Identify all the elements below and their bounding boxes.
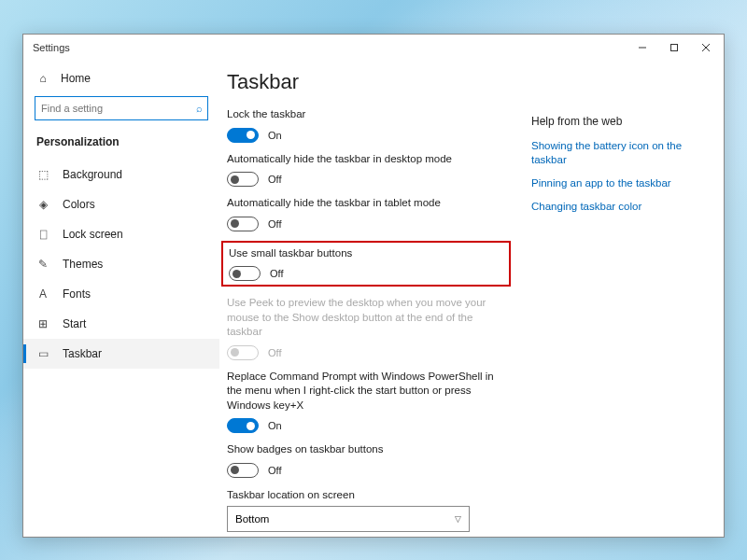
toggle-state: Off bbox=[268, 174, 281, 185]
help-aside: Help from the web Showing the battery ic… bbox=[531, 70, 709, 529]
setting-label: Replace Command Prompt with Windows Powe… bbox=[227, 370, 505, 413]
sidebar-item-label: Taskbar bbox=[63, 347, 102, 360]
nav-icon: ⎕ bbox=[36, 228, 49, 241]
help-title: Help from the web bbox=[531, 115, 709, 128]
svg-rect-1 bbox=[671, 45, 678, 51]
sidebar-item-label: Lock screen bbox=[63, 228, 123, 241]
setting-label: Show badges on taskbar buttons bbox=[227, 442, 505, 457]
setting: Use small taskbar buttonsOff bbox=[221, 241, 511, 287]
toggle-knob bbox=[231, 466, 239, 474]
search-input[interactable] bbox=[35, 96, 208, 120]
toggle-row: Off bbox=[227, 172, 505, 187]
setting-label: Use small taskbar buttons bbox=[229, 246, 503, 261]
close-button[interactable] bbox=[690, 35, 722, 60]
settings-list: Lock the taskbarOnAutomatically hide the… bbox=[227, 107, 505, 478]
sidebar-item-label: Start bbox=[63, 317, 86, 330]
setting: Lock the taskbarOn bbox=[227, 107, 505, 143]
sidebar-item-start[interactable]: ⊞Start bbox=[23, 309, 219, 339]
setting: Replace Command Prompt with Windows Powe… bbox=[227, 370, 505, 434]
sidebar-item-lock-screen[interactable]: ⎕Lock screen bbox=[23, 219, 219, 249]
toggle[interactable] bbox=[227, 418, 259, 433]
home-icon: ⌂ bbox=[36, 72, 49, 85]
search-wrap: ⌕ bbox=[23, 91, 219, 130]
toggle-state: Off bbox=[268, 218, 281, 230]
dropdown-value: Bottom bbox=[235, 513, 269, 525]
sidebar-item-fonts[interactable]: AFonts bbox=[23, 279, 219, 309]
setting: Automatically hide the taskbar in deskto… bbox=[227, 152, 505, 188]
minimize-button[interactable] bbox=[627, 35, 658, 60]
window-controls bbox=[627, 35, 722, 60]
toggle[interactable] bbox=[227, 128, 259, 143]
titlebar: Settings bbox=[23, 35, 724, 61]
nav-icon: ⬚ bbox=[36, 168, 49, 181]
sidebar-item-label: Colors bbox=[63, 198, 95, 211]
help-link[interactable]: Changing taskbar color bbox=[531, 200, 709, 214]
main-column: Taskbar Lock the taskbarOnAutomatically … bbox=[227, 70, 505, 529]
sidebar-item-label: Fonts bbox=[63, 287, 91, 301]
toggle-knob bbox=[231, 219, 239, 228]
nav-icon: ✎ bbox=[36, 258, 49, 271]
setting-label: Automatically hide the taskbar in tablet… bbox=[227, 196, 505, 211]
toggle bbox=[227, 345, 259, 360]
setting: Show badges on taskbar buttonsOff bbox=[227, 442, 505, 478]
sidebar-item-background[interactable]: ⬚Background bbox=[23, 160, 219, 189]
toggle-knob bbox=[231, 348, 239, 357]
setting-label: Automatically hide the taskbar in deskto… bbox=[227, 152, 505, 167]
nav-icon: ◈ bbox=[36, 198, 49, 211]
toggle-row: On bbox=[227, 128, 505, 143]
toggle[interactable] bbox=[227, 172, 259, 187]
toggle-knob bbox=[247, 131, 255, 139]
maximize-icon bbox=[669, 43, 679, 52]
sidebar-item-colors[interactable]: ◈Colors bbox=[23, 189, 219, 219]
toggle-row: Off bbox=[227, 345, 505, 360]
help-link[interactable]: Showing the battery icon on the taskbar bbox=[531, 139, 709, 167]
sidebar-nav: ⬚Background◈Colors⎕Lock screen✎ThemesAFo… bbox=[23, 160, 219, 369]
toggle-state: Off bbox=[268, 465, 281, 476]
settings-window: Settings ⌂ Home ⌕ Pe bbox=[22, 34, 725, 538]
setting: Use Peek to preview the desktop when you… bbox=[227, 296, 505, 360]
toggle-knob bbox=[247, 422, 255, 430]
window-body: ⌂ Home ⌕ Personalization ⬚Background◈Col… bbox=[23, 61, 724, 537]
toggle-state: On bbox=[268, 130, 282, 141]
sidebar-home[interactable]: ⌂ Home bbox=[23, 66, 219, 91]
sidebar-home-label: Home bbox=[61, 72, 91, 85]
nav-icon: ▭ bbox=[36, 347, 49, 360]
chevron-down-icon: ▽ bbox=[455, 514, 461, 524]
window-title: Settings bbox=[33, 42, 70, 53]
help-link[interactable]: Pinning an app to the taskbar bbox=[531, 176, 709, 190]
nav-icon: ⊞ bbox=[36, 317, 49, 330]
toggle-row: On bbox=[227, 418, 505, 433]
toggle[interactable] bbox=[227, 217, 259, 231]
close-icon bbox=[701, 43, 711, 52]
dropdown[interactable]: Bottom▽ bbox=[227, 506, 470, 532]
sidebar-item-label: Background bbox=[63, 168, 122, 181]
dropdown-label: Taskbar location on screen bbox=[227, 489, 505, 500]
content: Taskbar Lock the taskbarOnAutomatically … bbox=[219, 61, 724, 537]
sidebar-item-label: Themes bbox=[63, 258, 103, 271]
help-links: Showing the battery icon on the taskbarP… bbox=[531, 139, 709, 214]
maximize-button[interactable] bbox=[658, 35, 690, 60]
toggle-knob bbox=[231, 175, 239, 184]
toggle-state: Off bbox=[270, 268, 283, 279]
toggle-state: Off bbox=[268, 347, 281, 358]
setting: Automatically hide the taskbar in tablet… bbox=[227, 196, 505, 231]
setting-label: Lock the taskbar bbox=[227, 107, 505, 122]
sidebar: ⌂ Home ⌕ Personalization ⬚Background◈Col… bbox=[23, 61, 219, 537]
setting-label: Use Peek to preview the desktop when you… bbox=[227, 296, 505, 340]
sidebar-section-label: Personalization bbox=[23, 130, 219, 156]
toggle[interactable] bbox=[229, 266, 261, 281]
minimize-icon bbox=[638, 43, 647, 52]
nav-icon: A bbox=[36, 287, 49, 301]
sidebar-item-taskbar[interactable]: ▭Taskbar bbox=[23, 339, 219, 369]
toggle-knob bbox=[233, 270, 241, 278]
dropdowns-list: Taskbar location on screenBottom▽Combine… bbox=[227, 489, 505, 537]
toggle-state: On bbox=[268, 420, 282, 431]
toggle-row: Off bbox=[229, 266, 503, 281]
toggle-row: Off bbox=[227, 217, 505, 231]
sidebar-item-themes[interactable]: ✎Themes bbox=[23, 249, 219, 279]
page-title: Taskbar bbox=[227, 70, 505, 94]
toggle-row: Off bbox=[227, 463, 505, 478]
toggle[interactable] bbox=[227, 463, 259, 478]
